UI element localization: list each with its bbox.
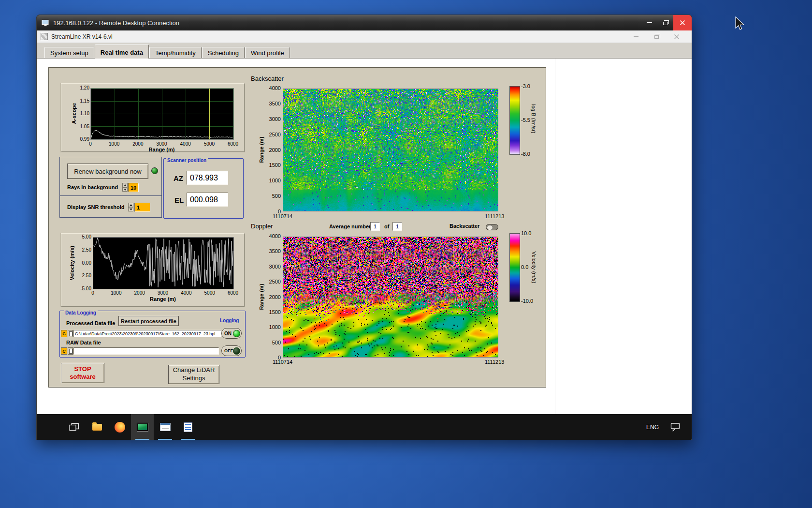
tick-label: 2500 — [269, 279, 281, 284]
backscatter-toggle-label: Backscatter — [450, 223, 479, 229]
language-indicator[interactable]: ENG — [642, 421, 663, 433]
mouse-cursor — [735, 16, 745, 31]
rays-in-background-label: Rays in background — [67, 184, 118, 190]
tick-label: 1.20 — [80, 85, 89, 90]
backscatter-time-end: 1111213 — [485, 213, 504, 219]
close-icon — [674, 34, 680, 40]
stop-software-button[interactable]: STOP software — [61, 363, 104, 383]
system-tray: ENG — [642, 414, 680, 440]
renew-background-label: Renew background now — [74, 168, 141, 175]
rdp-titlebar[interactable]: 192.168.0.122 - Remote Desktop Connectio… — [37, 15, 692, 30]
tick-label: 2000 — [134, 290, 145, 296]
rdp-minimize-button[interactable] — [641, 15, 657, 30]
task-view-button[interactable] — [63, 414, 86, 440]
tab-system-setup[interactable]: System setup — [44, 47, 94, 58]
tick-label: 1.10 — [80, 111, 89, 116]
processed-browse-icon[interactable] — [68, 330, 73, 337]
tab-temp-humidity[interactable]: Temp/humidity — [149, 47, 202, 58]
processed-data-file-label: Processed Data file — [66, 320, 116, 326]
backscatter-section-title: Backscatter — [251, 75, 284, 82]
restore-icon — [663, 22, 667, 25]
processed-logging-toggle[interactable]: ON — [221, 328, 242, 339]
tick-label: 1000 — [269, 178, 281, 183]
tick-label: 4000 — [181, 290, 191, 296]
stop-label-line1: STOP — [74, 365, 91, 373]
doppler-colorbar — [509, 233, 520, 302]
vi-close-button[interactable] — [667, 30, 687, 43]
processed-data-file-path[interactable]: C:\Lidar\Data\Proc\2023\202309\20230917\… — [73, 330, 221, 337]
tick-label: 2000 — [132, 141, 143, 147]
tab-strip: System setupReal time dataTemp/humidityS… — [37, 43, 692, 59]
tick-label: -10.0 — [521, 298, 533, 304]
of-label: of — [384, 224, 389, 229]
file-explorer-button[interactable] — [86, 414, 108, 440]
notes-app-button[interactable] — [176, 414, 199, 440]
a-scope-x-axis: 0100020003000400050006000 — [90, 141, 233, 147]
backscatter-display-toggle[interactable] — [486, 224, 498, 230]
change-lidar-settings-button[interactable]: Change LiDAR Settings — [168, 365, 219, 384]
tick-label: -5.5 — [521, 117, 530, 123]
tick-label: 6000 — [228, 290, 238, 296]
snr-threshold-field[interactable]: 1 — [134, 203, 150, 212]
tick-label: 1500 — [269, 310, 281, 315]
a-scope-chart: 1.201.151.101.050.99 0100020003000400050… — [61, 83, 245, 152]
backscatter-y-label: Range (m) — [259, 126, 265, 174]
tick-label: 0.00 — [82, 260, 91, 266]
renew-background-button[interactable]: Renew background now — [67, 164, 148, 179]
task-view-icon — [69, 423, 79, 431]
close-icon — [680, 20, 685, 26]
raw-data-file-path[interactable] — [73, 347, 219, 355]
tick-label: 2000 — [269, 295, 281, 300]
rdp-close-button[interactable] — [673, 15, 692, 30]
tick-label: 1.15 — [80, 98, 89, 104]
tick-label: 1000 — [109, 141, 119, 147]
background-controls-group: Renew background now Rays in background … — [59, 157, 162, 218]
rdp-window: 192.168.0.122 - Remote Desktop Connectio… — [36, 15, 692, 440]
data-logging-group: Data Logging Processed Data file Restart… — [59, 311, 246, 358]
firefox-button[interactable] — [108, 414, 131, 440]
scan-scheduler-button[interactable] — [154, 414, 176, 440]
vi-window-controls — [626, 30, 692, 43]
tick-label: 0.99 — [80, 136, 89, 142]
restart-processed-file-button[interactable]: Restart processed file — [118, 316, 179, 326]
tab-wind-profile[interactable]: Wind profile — [245, 47, 290, 58]
vi-minimize-button[interactable] — [626, 30, 646, 43]
of-count-field[interactable]: 1 — [392, 222, 402, 231]
snr-spinner[interactable] — [128, 203, 133, 211]
tab-real-time-data[interactable]: Real time data — [95, 45, 149, 59]
tick-label: 1000 — [111, 290, 121, 296]
vi-titlebar[interactable]: StreamLine XR v14-6.vi — [37, 30, 692, 43]
a-scope-plot — [90, 88, 234, 140]
rdp-window-controls — [641, 15, 692, 30]
restart-processed-file-label: Restart processed file — [121, 318, 176, 324]
tick-label: 3500 — [269, 249, 281, 254]
processed-drive-box[interactable]: C — [61, 330, 67, 337]
doppler-time-start: 1110714 — [273, 359, 292, 365]
streamline-app-button[interactable] — [131, 414, 154, 440]
average-number-field[interactable]: 1 — [370, 222, 380, 231]
tick-label: 0 — [89, 141, 92, 147]
front-panel: 1.201.151.101.050.99 0100020003000400050… — [37, 59, 692, 414]
remote-desktop: StreamLine XR v14-6.vi System setupReal … — [37, 30, 692, 440]
change-settings-line1: Change LiDAR — [173, 366, 215, 374]
change-settings-line2: Settings — [183, 374, 205, 383]
vi-restore-button[interactable] — [646, 30, 667, 43]
tick-label: 4000 — [180, 141, 191, 147]
velocity-y-label: Velocity (m/s) — [69, 238, 75, 289]
raw-drive-box[interactable]: C — [61, 347, 67, 355]
tick-label: 6000 — [228, 141, 238, 147]
raw-logging-toggle[interactable]: OFF — [221, 345, 242, 356]
doppler-colorbar-label: Velocity (m/s) — [531, 241, 537, 294]
tick-label: -5.00 — [80, 286, 91, 291]
tick-label: 1000 — [269, 325, 281, 330]
rdp-restore-button[interactable] — [657, 15, 673, 30]
doppler-y-axis: 40003500300025002000150010005000 — [264, 234, 281, 360]
tick-label: 3500 — [269, 101, 281, 106]
tab-scheduling[interactable]: Scheduling — [202, 47, 245, 58]
rays-spinner[interactable] — [122, 183, 128, 192]
raw-browse-icon[interactable] — [68, 347, 73, 355]
tick-label: 3000 — [158, 290, 168, 296]
backscatter-colorbar-label: log B (/m/sr) — [530, 92, 536, 146]
feedback-chat-icon[interactable] — [670, 422, 680, 432]
rays-in-background-field[interactable]: 10 — [128, 183, 139, 192]
